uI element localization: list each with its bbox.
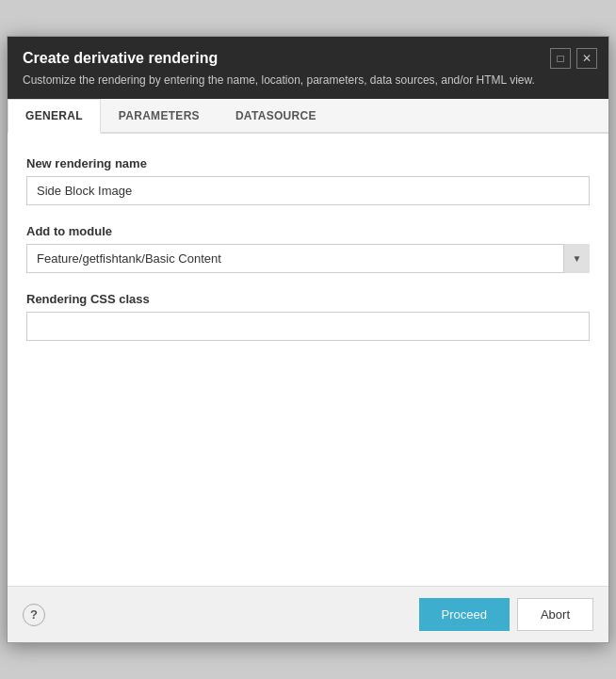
dialog-header-buttons: □ ✕ bbox=[550, 48, 597, 69]
css-class-label: Rendering CSS class bbox=[26, 292, 590, 306]
rendering-name-group: New rendering name bbox=[26, 156, 590, 205]
dialog-title: Create derivative rendering bbox=[23, 50, 593, 67]
maximize-button[interactable]: □ bbox=[550, 48, 571, 69]
module-select[interactable]: Feature/getfishtank/Basic Content bbox=[26, 244, 590, 273]
footer-left: ? bbox=[23, 604, 45, 626]
help-button[interactable]: ? bbox=[23, 604, 45, 626]
dialog-body: New rendering name Add to module Feature… bbox=[8, 134, 608, 586]
close-button[interactable]: ✕ bbox=[576, 48, 597, 69]
module-group: Add to module Feature/getfishtank/Basic … bbox=[26, 224, 590, 273]
dialog-footer: ? Proceed Abort bbox=[8, 586, 608, 642]
css-class-group: Rendering CSS class bbox=[26, 292, 590, 341]
tabs-bar: GENERAL PARAMETERS DATASOURCE bbox=[8, 99, 608, 134]
create-derivative-rendering-dialog: Create derivative rendering Customize th… bbox=[7, 36, 609, 644]
module-label: Add to module bbox=[26, 224, 590, 238]
tab-parameters[interactable]: PARAMETERS bbox=[101, 99, 218, 132]
dialog-subtitle: Customize the rendering by entering the … bbox=[23, 73, 593, 89]
footer-right: Proceed Abort bbox=[419, 598, 594, 631]
rendering-name-label: New rendering name bbox=[26, 156, 590, 170]
tab-datasource[interactable]: DATASOURCE bbox=[218, 99, 334, 132]
rendering-name-input[interactable] bbox=[26, 176, 590, 205]
css-class-input[interactable] bbox=[26, 312, 590, 341]
module-select-wrapper: Feature/getfishtank/Basic Content ▼ bbox=[26, 244, 590, 273]
proceed-button[interactable]: Proceed bbox=[419, 598, 510, 631]
abort-button[interactable]: Abort bbox=[517, 598, 593, 631]
dialog-header: Create derivative rendering Customize th… bbox=[8, 37, 608, 100]
tab-general[interactable]: GENERAL bbox=[8, 99, 101, 134]
